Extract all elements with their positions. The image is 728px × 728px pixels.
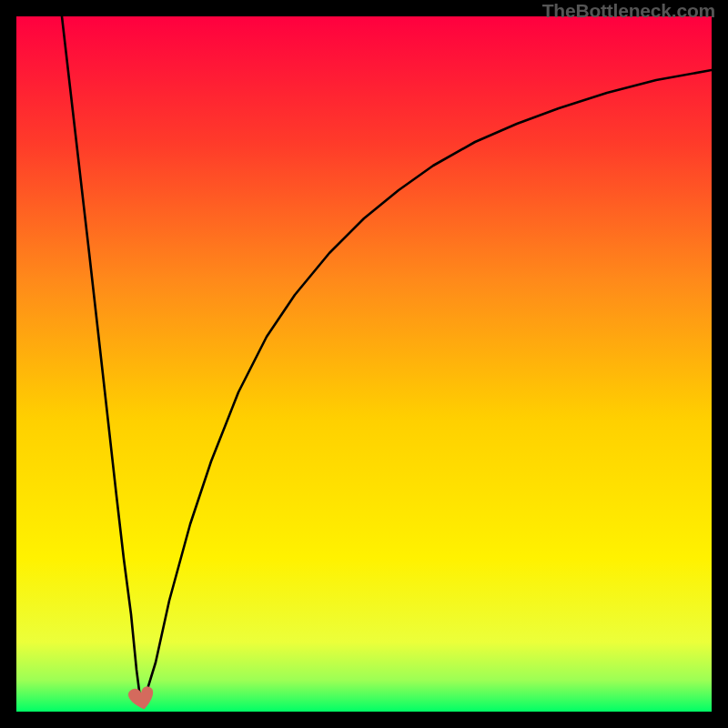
- gradient-background: [16, 16, 712, 712]
- bottleneck-plot: [16, 16, 712, 712]
- chart-frame: [16, 16, 712, 712]
- watermark-text: TheBottleneck.com: [542, 0, 715, 22]
